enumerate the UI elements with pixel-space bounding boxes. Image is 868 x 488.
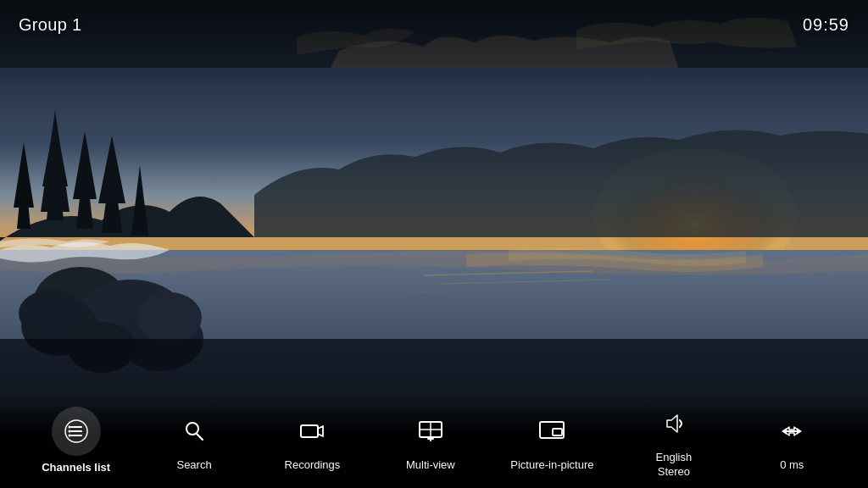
svg-point-21 bbox=[68, 430, 70, 432]
svg-point-10 bbox=[19, 290, 83, 337]
nav-item-recordings[interactable]: Recordings bbox=[274, 409, 350, 473]
audio-label: English Stereo bbox=[656, 451, 693, 480]
pip-label: Picture-in-picture bbox=[510, 458, 593, 473]
recordings-label: Recordings bbox=[285, 458, 341, 473]
search-icon-wrap bbox=[172, 409, 216, 453]
time-display: 09:59 bbox=[803, 15, 849, 35]
multiview-label: Multi-view bbox=[406, 458, 455, 473]
svg-point-20 bbox=[68, 425, 70, 428]
bottom-navigation-bar: Channels list Search Recordings bbox=[0, 395, 868, 488]
svg-rect-15 bbox=[0, 0, 868, 68]
channels-list-icon-wrap bbox=[52, 407, 101, 456]
channels-list-label: Channels list bbox=[42, 461, 110, 475]
search-label: Search bbox=[176, 458, 211, 473]
recordings-icon-wrap bbox=[290, 409, 334, 453]
search-icon bbox=[181, 418, 208, 445]
svg-point-23 bbox=[186, 423, 198, 435]
svg-point-22 bbox=[68, 434, 70, 436]
multiview-icon bbox=[417, 418, 444, 445]
pip-icon-wrap bbox=[530, 409, 574, 453]
nav-items-container: Channels list Search Recordings bbox=[0, 402, 868, 480]
latency-icon-wrap bbox=[770, 409, 814, 453]
latency-icon bbox=[778, 418, 805, 445]
nav-item-audio[interactable]: English Stereo bbox=[636, 402, 712, 480]
list-icon bbox=[63, 418, 90, 445]
audio-icon bbox=[660, 410, 687, 437]
nav-item-pip[interactable]: Picture-in-picture bbox=[510, 409, 593, 473]
nav-item-channels-list[interactable]: Channels list bbox=[38, 407, 114, 475]
svg-line-24 bbox=[198, 434, 203, 440]
nav-item-multiview[interactable]: Multi-view bbox=[392, 409, 469, 473]
group-label: Group 1 bbox=[19, 15, 81, 35]
latency-label: 0 ms bbox=[780, 458, 804, 473]
nav-item-search[interactable]: Search bbox=[156, 409, 232, 473]
nav-item-latency[interactable]: 0 ms bbox=[754, 409, 830, 473]
recordings-icon bbox=[298, 418, 326, 445]
svg-rect-25 bbox=[301, 425, 318, 437]
svg-rect-32 bbox=[553, 429, 562, 435]
svg-point-9 bbox=[137, 292, 202, 343]
multiview-icon-wrap bbox=[409, 409, 453, 453]
pip-icon bbox=[538, 418, 565, 445]
audio-icon-wrap bbox=[652, 402, 696, 446]
